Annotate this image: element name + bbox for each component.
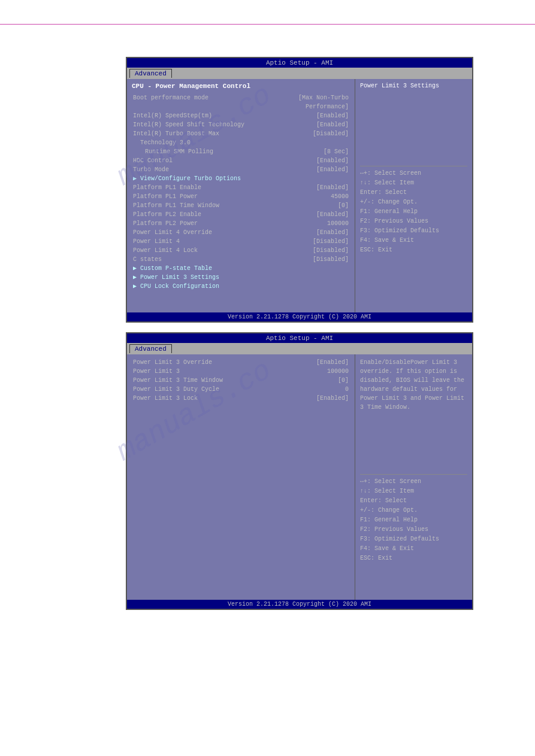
list-item[interactable]: Power Limit 4 Override [Enabled]: [132, 228, 350, 237]
list-item[interactable]: Power Limit 3 Lock [Enabled]: [132, 394, 350, 403]
section-title-1: CPU - Power Management Control: [132, 83, 350, 90]
item-value: [Enabled]: [316, 165, 349, 174]
bios-title-1: Aptio Setup - AMI: [266, 59, 333, 66]
item-label: Turbo Mode: [133, 165, 314, 174]
item-label: Power Limit 3 Override: [133, 358, 314, 367]
divider-2: [360, 474, 467, 475]
list-item[interactable]: Power Limit 4 [Disabled]: [132, 237, 350, 246]
bios-body-1: CPU - Power Management Control Boot perf…: [127, 79, 472, 312]
list-item[interactable]: C states [Disabled]: [132, 255, 350, 264]
list-item[interactable]: Boot performance mode [Max Non-Turbo: [132, 93, 350, 102]
list-item[interactable]: Platform PL2 Power 100000: [132, 219, 350, 228]
item-label: Platform PL1 Time Window: [133, 201, 335, 210]
bios-footer-1: Version 2.21.1278 Copyright (C) 2020 AMI: [127, 312, 472, 321]
item-label: Boot performance mode: [133, 93, 296, 102]
help-f1-2: F1: General Help: [360, 515, 467, 525]
bios-titlebar-2: Aptio Setup - AMI: [127, 333, 472, 343]
help-esc-2: ESC: Exit: [360, 554, 467, 563]
list-item[interactable]: Turbo Mode [Enabled]: [132, 165, 350, 174]
item-value: 100000: [327, 219, 349, 228]
list-item[interactable]: Platform PL1 Time Window [0]: [132, 201, 350, 210]
help-f1: F1: General Help: [360, 207, 467, 217]
bios-screen-1: Aptio Setup - AMI Advanced CPU - Power M…: [126, 57, 473, 323]
item-value: [Disabled]: [313, 237, 349, 246]
submenu-view-turbo[interactable]: View/Configure Turbo Options: [132, 174, 350, 183]
item-value: [0]: [338, 201, 349, 210]
list-item[interactable]: Intel(R) Turbo Boost Max [Disabled]: [132, 129, 350, 138]
help-enter-2: Enter: Select: [360, 496, 467, 506]
item-value: [Enabled]: [316, 358, 349, 367]
bios-titlebar-1: Aptio Setup - AMI: [127, 58, 472, 68]
top-line: [0, 24, 535, 25]
item-label: Intel(R) Speed Shift Technology: [133, 120, 314, 129]
item-label: Intel(R) Turbo Boost Max: [133, 129, 310, 138]
item-value: 0: [345, 385, 349, 394]
list-item[interactable]: Power Limit 3 100000: [132, 367, 350, 376]
item-value: [Disabled]: [313, 246, 349, 255]
help-select-screen-2: ↔+: Select Screen: [360, 477, 467, 487]
item-value: [Max Non-Turbo: [298, 93, 349, 102]
list-item[interactable]: Platform PL2 Enable [Enabled]: [132, 210, 350, 219]
item-value: 45000: [331, 192, 349, 201]
item-label: Runtime SMM Polling: [133, 147, 321, 156]
item-value: [Enabled]: [316, 111, 349, 120]
help-f3-2: F3: Optimized Defaults: [360, 535, 467, 544]
item-label: Platform PL2 Enable: [133, 210, 314, 219]
help-select-item-2: ↑↓: Select Item: [360, 487, 467, 496]
item-value: [0]: [338, 376, 349, 385]
item-label: Power Limit 3 Lock: [133, 394, 314, 403]
item-value: [8 Sec]: [324, 147, 349, 156]
help-esc: ESC: Exit: [360, 245, 467, 255]
item-value: [Disabled]: [313, 129, 349, 138]
item-label: Power Limit 3 Duty Cycle: [133, 385, 343, 394]
help-f4-2: F4: Save & Exit: [360, 544, 467, 554]
tab-advanced-2[interactable]: Advanced: [129, 344, 172, 353]
divider-1: [360, 166, 467, 166]
item-label: Power Limit 3 Time Window: [133, 376, 335, 385]
item-value: [Enabled]: [316, 228, 349, 237]
item-label: Platform PL1 Power: [133, 192, 328, 201]
list-item[interactable]: Power Limit 3 Duty Cycle 0: [132, 385, 350, 394]
item-label: Power Limit 4: [133, 237, 310, 246]
item-label: Power Limit 3: [133, 367, 325, 376]
list-item[interactable]: Platform PL1 Power 45000: [132, 192, 350, 201]
list-item[interactable]: Power Limit 3 Time Window [0]: [132, 376, 350, 385]
help-f2-2: F2: Previous Values: [360, 525, 467, 535]
list-item: Technology 3.0: [132, 138, 350, 147]
bios-body-2: Power Limit 3 Override [Enabled] Power L…: [127, 354, 472, 600]
bios-right-panel-2: Enable/DisablePower Limit 3 override. If…: [355, 354, 472, 600]
bios-tab-row-1: Advanced: [127, 68, 472, 79]
help-change-2: +/-: Change Opt.: [360, 506, 467, 515]
bios-tab-row-2: Advanced: [127, 343, 472, 354]
list-item[interactable]: Platform PL1 Enable [Enabled]: [132, 183, 350, 192]
bios-left-panel-2: Power Limit 3 Override [Enabled] Power L…: [127, 354, 355, 600]
item-label: Technology 3.0: [133, 138, 346, 147]
item-value: [Enabled]: [316, 156, 349, 165]
item-value: Performance]: [306, 102, 349, 111]
right-desc-2: Enable/DisablePower Limit 3 override. If…: [360, 358, 467, 412]
list-item: Performance]: [132, 102, 350, 111]
list-item[interactable]: Power Limit 4 Lock [Disabled]: [132, 246, 350, 255]
bios-footer-2: Version 2.21.1278 Copyright (C) 2020 AMI: [127, 600, 472, 609]
list-item[interactable]: HDC Control [Enabled]: [132, 156, 350, 165]
list-item[interactable]: Runtime SMM Polling [8 Sec]: [132, 147, 350, 156]
help-select-item: ↑↓: Select Item: [360, 178, 467, 188]
item-value: [Enabled]: [316, 120, 349, 129]
item-label: Intel(R) SpeedStep(tm): [133, 111, 314, 120]
list-item[interactable]: Intel(R) Speed Shift Technology [Enabled…: [132, 120, 350, 129]
item-label: Platform PL1 Enable: [133, 183, 314, 192]
item-label: Platform PL2 Power: [133, 219, 325, 228]
bios-title-2: Aptio Setup - AMI: [266, 335, 333, 342]
list-item[interactable]: Intel(R) SpeedStep(tm) [Enabled]: [132, 111, 350, 120]
help-select-screen: ↔+: Select Screen: [360, 169, 467, 178]
submenu-power-limit3[interactable]: Power Limit 3 Settings: [132, 273, 350, 282]
submenu-custom-pstate[interactable]: Custom P-state Table: [132, 264, 350, 273]
right-title-1: Power Limit 3 Settings: [360, 83, 467, 89]
item-label: Power Limit 4 Override: [133, 228, 314, 237]
submenu-cpu-lock[interactable]: CPU Lock Configuration: [132, 282, 350, 291]
tab-advanced-1[interactable]: Advanced: [129, 69, 172, 78]
item-label: [133, 102, 303, 111]
item-value: [Enabled]: [316, 210, 349, 219]
list-item[interactable]: Power Limit 3 Override [Enabled]: [132, 358, 350, 367]
help-f2: F2: Previous Values: [360, 217, 467, 226]
